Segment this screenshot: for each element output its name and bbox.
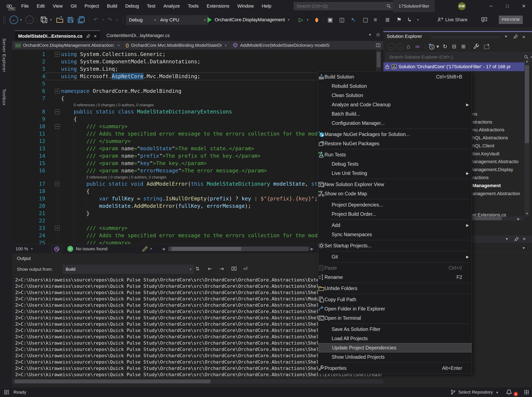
search-options-dropdown[interactable]: ▾ [531, 55, 532, 59]
tree-item-fragment[interactable]: lanagement.Display [472, 167, 513, 172]
wrench-icon[interactable] [473, 43, 479, 50]
bookmark-icon[interactable]: ⚑ [397, 15, 402, 25]
fold-margin[interactable]: – [45, 87, 61, 95]
fold-margin[interactable]: – [45, 50, 61, 58]
menu-tools[interactable]: Tools [184, 0, 203, 12]
redo-dropdown[interactable]: ▾ [116, 15, 118, 25]
home-icon[interactable]: ⌂ [407, 43, 410, 50]
menu-item-project-build-order[interactable]: Project Build Order... [318, 210, 472, 219]
split-window-icon[interactable]: ◫ [339, 15, 345, 25]
output-horizontal-scrollbar[interactable] [12, 379, 383, 384]
tree-item-fragment[interactable]: stractions [472, 119, 492, 125]
properties-window-icon[interactable]: ⊞ [461, 43, 465, 50]
menu-item-debug-tests[interactable]: Debug Tests [318, 159, 472, 169]
close-button[interactable]: × [516, 0, 532, 12]
save-button[interactable] [67, 15, 74, 25]
chevron-down-icon[interactable]: ▾ [523, 246, 525, 250]
scroll-right-arrow[interactable]: ▶ [517, 217, 520, 221]
menu-item-open-in-terminal[interactable]: Open in Terminal [318, 313, 472, 323]
menu-file[interactable]: File [17, 0, 33, 12]
menu-view[interactable]: View [49, 0, 67, 12]
menu-item-run-tests[interactable]: Run Tests [318, 150, 472, 159]
quick-search-box[interactable] [294, 2, 394, 10]
output-horizontal-scrollbar-thumb[interactable] [15, 379, 210, 383]
menu-build[interactable]: Build [103, 0, 121, 12]
menu-project[interactable]: Project [81, 0, 103, 12]
collapse-icon[interactable]: – [55, 109, 60, 114]
sidebar-tab-server-explorer[interactable]: Server Explorer [2, 38, 7, 72]
menu-item-configuration-manager[interactable]: Configuration Manager... [318, 118, 472, 128]
undo-dropdown[interactable]: ▾ [102, 15, 104, 25]
preview-button[interactable]: PREVIEW [499, 16, 523, 24]
solution-explorer-header[interactable]: Solution Explorer ▾ × [383, 32, 532, 41]
forward-icon[interactable]: → [397, 43, 403, 50]
toolbar-overflow-dropdown[interactable]: ▾ [417, 15, 419, 25]
tree-item-fragment[interactable]: anagement.Abstraction [472, 191, 520, 196]
tree-item-fragment[interactable]: ractions [472, 175, 489, 180]
tree-item-fragment[interactable]: hQL.Client [472, 143, 494, 149]
issues-indicator[interactable]: ✓ No issues found [67, 244, 108, 253]
code-cleanup-button[interactable]: ▾ [142, 244, 152, 253]
document-outline-icon[interactable]: ▢ [363, 15, 368, 25]
pin-icon[interactable] [513, 34, 518, 39]
menu-item-rebuild-solution[interactable]: Rebuild Solution [318, 81, 472, 91]
start-debugging-button[interactable]: OrchardCore.DisplayManagement ▾ [208, 15, 289, 25]
menu-item-manage-nuget-packages-for-solution[interactable]: Manage NuGet Packages for Solution... [318, 130, 472, 139]
word-wrap-icon[interactable]: ⏎ [243, 266, 247, 272]
show-all-files-icon[interactable] [483, 43, 490, 50]
collapse-all-icon[interactable]: ⊟ [452, 43, 456, 50]
switch-views-icon[interactable]: ∞ [416, 43, 420, 50]
menu-item-unhide-folders[interactable]: Unhide Folders [318, 284, 472, 293]
solution-search-box[interactable]: ▾ [386, 53, 532, 62]
redo-button[interactable]: ↷ [107, 15, 112, 25]
menu-item-git[interactable]: Git▶ [318, 252, 472, 261]
menu-item-clean-solution[interactable]: Clean Solution [318, 91, 472, 100]
breadcrumb-type[interactable]: {} OrchardCore.Mvc.ModelBinding.ModelSta… [123, 41, 230, 50]
solution-vertical-scrollbar[interactable] [524, 59, 529, 217]
menu-item-new-solution-explorer-view[interactable]: New Solution Explorer View [318, 180, 472, 189]
menu-item-add[interactable]: Add▶ [318, 221, 472, 230]
solution-root-node-selected[interactable]: Solution 'OrchardCore' ('17SolutionFilte… [383, 62, 526, 71]
solution-vertical-scrollbar-thumb[interactable] [525, 65, 529, 143]
feedback-icon[interactable] [481, 15, 487, 25]
tree-item-fragment[interactable]: Management [472, 183, 501, 188]
tree-item-fragment[interactable]: ns [472, 111, 477, 117]
layout-grid-icon[interactable] [524, 387, 529, 397]
menu-item-build-solution[interactable]: Build SolutionCtrl+Shift+B [318, 72, 472, 81]
menu-item-paste[interactable]: PasteCtrl+V [318, 263, 472, 273]
menu-item-analyze-and-code-cleanup[interactable]: Analyze and Code Cleanup▶ [318, 100, 472, 109]
menu-item-properties[interactable]: PropertiesAlt+Enter [318, 364, 472, 373]
menu-help[interactable]: Help [258, 0, 275, 12]
indent-lines-icon[interactable]: ≡ [374, 15, 377, 25]
menu-edit[interactable]: Edit [33, 0, 49, 12]
code-health-indicator[interactable] [52, 245, 62, 253]
live-share-button[interactable]: Live Share [437, 15, 467, 25]
navigate-back-button[interactable]: ← [10, 15, 18, 25]
menu-item-show-on-code-map[interactable]: Show on Code Map [318, 189, 472, 198]
collapse-icon[interactable]: – [55, 89, 60, 93]
solution-search-input[interactable] [389, 54, 524, 60]
tree-item-fragment[interactable]: tion.KeyVault [472, 151, 499, 157]
scroll-up-arrow[interactable]: ▲ [525, 59, 529, 63]
navigate-forward-button[interactable]: → [25, 15, 34, 25]
menu-item-save-as-solution-filter[interactable]: Save As Solution Filter [318, 325, 472, 334]
toolbar-drag-handle[interactable] [3, 16, 6, 24]
menu-test[interactable]: Test [143, 0, 159, 12]
output-source-dropdown[interactable]: Build ▾ [63, 265, 194, 274]
breadcrumb-member[interactable]: AddModelError(ModelStateDictionary model… [230, 41, 333, 50]
menu-item-sync-namespaces[interactable]: Sync Namespaces [318, 230, 472, 239]
fold-margin[interactable]: – [45, 180, 61, 187]
menu-extensions[interactable]: Extensions [203, 0, 233, 12]
code-line-1[interactable]: 1–using System.Collections.Generic; [12, 50, 383, 58]
message-levels-icon[interactable]: ⇅ [195, 266, 200, 272]
menu-item-open-folder-in-file-explorer[interactable]: Open Folder in File Explorer [318, 304, 472, 313]
back-icon[interactable]: ← [388, 43, 394, 50]
tree-item-fragment[interactable]: nu.Abstractions [472, 127, 504, 133]
menu-item-project-dependencies[interactable]: Project Dependencies... [318, 200, 472, 210]
hot-reload-icon[interactable] [314, 15, 320, 25]
document-tab-1[interactable]: ContentItemDi...layManager.cs [103, 30, 173, 41]
platform-dropdown[interactable]: Any CPU▾ [157, 15, 208, 25]
navigate-bookmark-icon[interactable]: ↳ [407, 15, 412, 25]
open-file-button[interactable] [56, 15, 64, 25]
pin-icon[interactable] [86, 34, 91, 38]
